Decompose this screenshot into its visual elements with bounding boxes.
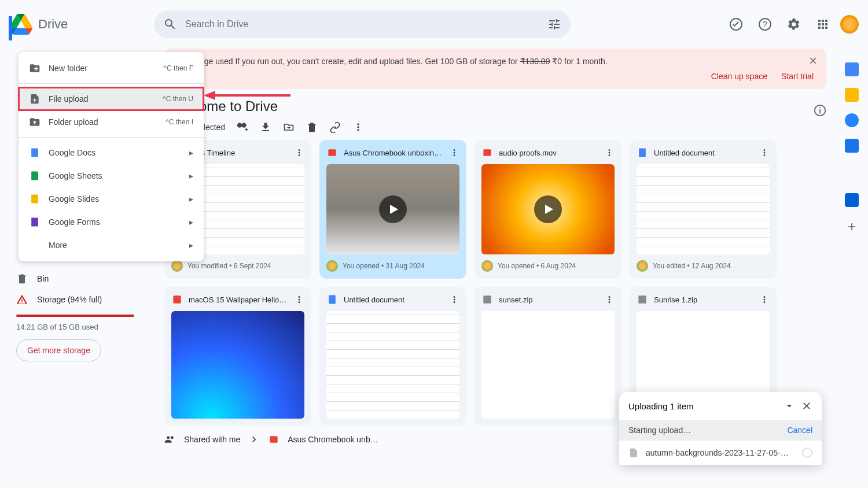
file-title: Asus Chromebook unboxin… — [344, 149, 443, 157]
upload-cancel-link[interactable]: Cancel — [787, 426, 812, 435]
avatar-icon — [481, 260, 493, 272]
more-icon[interactable] — [604, 147, 615, 158]
more-icon[interactable] — [604, 294, 615, 305]
add-app-icon[interactable]: + — [848, 219, 856, 235]
sidebar-item-storage[interactable]: Storage (94% full) — [5, 289, 146, 310]
offline-ready-icon[interactable] — [724, 13, 748, 36]
side-panel: + — [836, 49, 868, 453]
help-icon[interactable]: ? — [753, 13, 777, 36]
svg-rect-13 — [31, 195, 38, 204]
info-icon[interactable] — [814, 104, 826, 117]
file-thumbnail — [171, 311, 304, 419]
upload-filename: autumn-backgrounds-2023-11-27-05-… — [646, 448, 795, 457]
card-subtext: You edited • 12 Aug 2024 — [637, 260, 770, 272]
avatar-icon — [171, 260, 183, 272]
svg-rect-6 — [483, 149, 491, 156]
search-bar[interactable] — [154, 10, 571, 38]
apps-icon[interactable] — [811, 13, 834, 36]
menu-google-docs[interactable]: Google Docs ▸ — [19, 141, 204, 164]
new-context-menu: New folder ^C then F File upload ^C then… — [19, 52, 204, 261]
chevron-right-icon: ▸ — [189, 148, 193, 157]
delete-icon[interactable] — [306, 121, 318, 133]
bin-label: Bin — [37, 274, 49, 283]
tune-icon[interactable] — [547, 17, 561, 31]
menu-file-upload[interactable]: File upload ^C then U — [19, 87, 204, 110]
calendar-app-icon[interactable] — [845, 62, 859, 76]
menu-new-folder[interactable]: New folder ^C then F — [19, 57, 204, 80]
more-icon[interactable] — [449, 147, 459, 158]
card-subtext: You modified • 6 Sept 2024 — [171, 260, 304, 272]
avatar-icon — [326, 260, 338, 272]
user-avatar[interactable] — [840, 15, 859, 34]
card-subtext: You opened • 6 Aug 2024 — [481, 260, 615, 272]
start-trial-link[interactable]: Start trial — [781, 72, 814, 81]
download-icon[interactable] — [260, 121, 271, 133]
chevron-right-icon: ▸ — [189, 194, 193, 204]
app-title: Drive — [38, 17, 68, 32]
file-card[interactable]: Asus Chromebook unboxin… You opened • 31… — [319, 140, 466, 279]
more-icon[interactable] — [759, 294, 770, 305]
file-card[interactable]: sunset.zip — [475, 287, 621, 426]
file-title: Untitled document — [344, 295, 443, 304]
close-icon[interactable] — [801, 400, 812, 412]
keep-app-icon[interactable] — [845, 88, 859, 102]
file-title: Sunrise 1.zip — [654, 295, 753, 304]
svg-marker-16 — [204, 91, 215, 100]
svg-text:?: ? — [763, 20, 767, 29]
menu-google-slides[interactable]: Google Slides ▸ — [19, 187, 204, 210]
move-icon[interactable] — [283, 121, 295, 133]
more-icon[interactable] — [449, 294, 459, 305]
contacts-app-icon[interactable] — [845, 139, 859, 153]
menu-more[interactable]: More ▸ — [19, 234, 204, 257]
file-card[interactable]: macOS 15 Wallpaper Helio… — [164, 287, 311, 426]
more-icon[interactable] — [759, 147, 770, 158]
more-icon[interactable] — [294, 294, 304, 305]
menu-divider — [19, 137, 204, 138]
file-thumbnail — [326, 311, 459, 419]
drive-logo-icon — [9, 14, 32, 35]
callout-arrow — [204, 90, 290, 101]
sidebar-item-bin[interactable]: Bin — [5, 268, 146, 289]
svg-rect-12 — [31, 172, 38, 180]
more-icon[interactable] — [352, 121, 364, 133]
storage-warning-banner: of storage used If you run out, you can'… — [164, 49, 826, 89]
settings-icon[interactable] — [782, 13, 806, 36]
menu-google-forms[interactable]: Google Forms ▸ — [19, 210, 204, 234]
tasks-app-icon[interactable] — [845, 113, 859, 127]
upload-file-icon — [29, 93, 41, 105]
chevron-down-icon[interactable] — [784, 400, 795, 412]
breadcrumb-shared[interactable]: Shared with me — [184, 435, 240, 444]
breadcrumb-item[interactable]: Asus Chromebook unb… — [288, 435, 378, 444]
files-grid: SMS Timeline You modified • 6 Sept 2024 … — [164, 140, 826, 426]
svg-rect-5 — [328, 149, 336, 156]
slides-icon — [29, 193, 41, 205]
box-app-icon[interactable] — [845, 193, 859, 207]
upload-file-item: autumn-backgrounds-2023-11-27-05-… — [619, 441, 822, 465]
avatar-icon — [637, 260, 648, 272]
cleanup-space-link[interactable]: Clean up space — [711, 72, 767, 81]
file-card[interactable]: Untitled document — [319, 287, 466, 426]
upload-title: Uploading 1 item — [628, 401, 694, 411]
docs-icon — [29, 147, 41, 158]
close-banner-icon[interactable] — [808, 56, 818, 66]
header: Drive ? — [0, 0, 868, 49]
chevron-right-icon: ▸ — [189, 217, 193, 227]
file-title: Untitled document — [654, 149, 753, 157]
svg-rect-10 — [270, 436, 278, 443]
more-icon[interactable] — [294, 147, 304, 158]
file-thumbnail — [326, 164, 459, 254]
menu-google-sheets[interactable]: Google Sheets ▸ — [19, 164, 204, 187]
share-icon[interactable] — [237, 121, 248, 133]
file-card[interactable]: Untitled document You edited • 12 Aug 20… — [630, 140, 777, 279]
search-input[interactable] — [185, 19, 539, 29]
link-icon[interactable] — [329, 121, 341, 133]
storage-label: Storage (94% full) — [37, 295, 102, 304]
people-icon — [164, 434, 176, 445]
file-thumbnail — [481, 311, 615, 419]
file-card[interactable]: audio proofs.mov You opened • 6 Aug 2024 — [475, 140, 621, 279]
menu-folder-upload[interactable]: Folder upload ^C then I — [19, 110, 204, 134]
chevron-right-icon: ▸ — [189, 241, 193, 250]
upload-status: Starting upload… — [628, 426, 691, 435]
get-more-storage-button[interactable]: Get more storage — [16, 339, 101, 361]
selection-toolbar: elected — [164, 119, 826, 140]
